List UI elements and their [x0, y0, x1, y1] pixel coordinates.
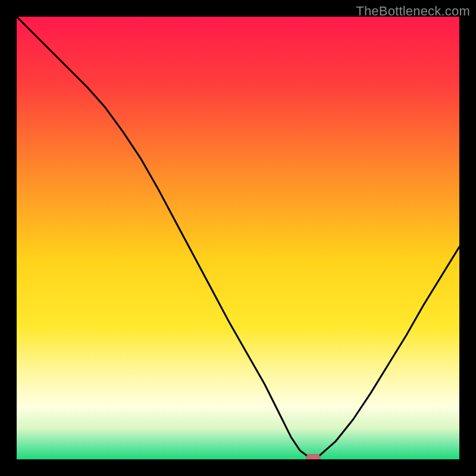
- watermark-text: TheBottleneck.com: [356, 4, 470, 19]
- chart-container: [17, 17, 459, 459]
- optimal-marker: [306, 455, 321, 459]
- bottleneck-chart: [17, 17, 459, 459]
